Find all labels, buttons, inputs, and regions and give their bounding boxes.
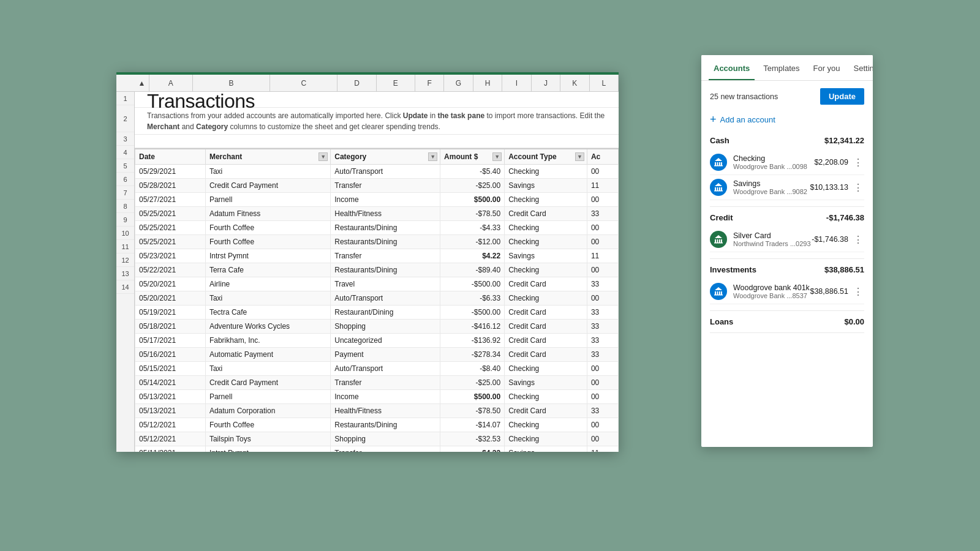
cell-category[interactable]: Auto/Transport: [331, 362, 440, 376]
more-options-button-0-0[interactable]: ⋮: [852, 157, 864, 168]
cell-date: 05/12/2021: [135, 418, 206, 432]
cell-date: 05/23/2021: [135, 249, 206, 263]
new-transactions-count: 25 new transactions: [710, 92, 778, 101]
col-k: K: [560, 75, 589, 91]
add-icon: +: [710, 113, 717, 126]
acct-type-header[interactable]: Account Type ▼: [505, 149, 587, 165]
svg-marker-4: [715, 158, 722, 161]
category-filter-icon[interactable]: ▼: [428, 152, 437, 161]
amount-header[interactable]: Amount $ ▼: [440, 149, 505, 165]
cell-category[interactable]: Health/Fitness: [331, 207, 440, 221]
tab-accounts[interactable]: Accounts: [709, 55, 755, 80]
category-header[interactable]: Category ▼: [331, 149, 440, 165]
section-amount-3: $0.00: [844, 317, 864, 326]
acct-type-filter-icon[interactable]: ▼: [575, 152, 584, 161]
cell-acct-type: Credit Card: [505, 305, 587, 320]
amount-filter-icon[interactable]: ▼: [492, 152, 502, 161]
cell-merchant[interactable]: Adatum Fitness: [205, 207, 330, 221]
row-3: 3: [116, 132, 134, 146]
row-13: 13: [116, 267, 134, 280]
cell-category[interactable]: Restaurants/Dining: [331, 221, 440, 235]
cell-merchant[interactable]: Intrst Pymnt: [205, 249, 330, 263]
cell-merchant[interactable]: Airline: [205, 277, 330, 291]
cell-category[interactable]: Income: [331, 193, 440, 207]
col-l: L: [590, 75, 619, 91]
cell-category[interactable]: Restaurants/Dining: [331, 418, 440, 432]
account-row-2-0: Woodgrove bank 401k Woodgrove Bank ...85…: [710, 279, 864, 304]
cell-merchant[interactable]: Taxi: [205, 165, 330, 179]
svg-rect-17: [714, 242, 723, 244]
section-amount-2: $38,886.51: [824, 265, 864, 274]
cell-merchant[interactable]: Fabrikham, Inc.: [205, 334, 330, 348]
cell-acct-type: Checking: [505, 221, 587, 235]
merchant-filter-icon[interactable]: ▼: [318, 152, 328, 161]
more-options-button-1-0[interactable]: ⋮: [852, 234, 864, 246]
col-c: C: [270, 75, 337, 91]
cell-ac: 00: [587, 193, 618, 207]
cell-merchant[interactable]: Terra Cafe: [205, 263, 330, 277]
cell-category[interactable]: Transfer: [331, 249, 440, 263]
cell-acct-type: Credit Card: [505, 334, 587, 348]
tab-for-you[interactable]: For you: [808, 55, 845, 80]
cell-acct-type: Savings: [505, 446, 587, 452]
cell-ac: 11: [587, 249, 618, 263]
cell-category[interactable]: Shopping: [331, 432, 440, 446]
tab-settings[interactable]: Settings: [849, 55, 873, 80]
cell-merchant[interactable]: Parnell: [205, 193, 330, 207]
cell-date: 05/17/2021: [135, 334, 206, 348]
cell-category[interactable]: Health/Fitness: [331, 404, 440, 418]
cell-merchant[interactable]: Adventure Works Cycles: [205, 320, 330, 334]
cell-merchant[interactable]: Fourth Coffee: [205, 235, 330, 249]
cell-ac: 00: [587, 418, 618, 432]
cell-category[interactable]: Income: [331, 390, 440, 404]
table-row: 05/19/2021 Tectra Cafe Restaurant/Dining…: [135, 305, 619, 320]
table-row: 05/16/2021 Automatic Payment Payment -$2…: [135, 348, 619, 362]
cell-merchant[interactable]: Tectra Cafe: [205, 305, 330, 320]
add-account-row[interactable]: + Add an account: [710, 113, 864, 126]
cell-ac: 00: [587, 390, 618, 404]
cell-merchant[interactable]: Fourth Coffee: [205, 221, 330, 235]
cell-category[interactable]: Auto/Transport: [331, 291, 440, 305]
merchant-header[interactable]: Merchant ▼: [205, 149, 330, 165]
cell-acct-type: Credit Card: [505, 348, 587, 362]
cell-merchant[interactable]: Taxi: [205, 362, 330, 376]
row-4: 4: [116, 146, 134, 159]
cell-category[interactable]: Transfer: [331, 446, 440, 452]
cell-merchant[interactable]: Adatum Corporation: [205, 404, 330, 418]
cell-merchant[interactable]: Fourth Coffee: [205, 418, 330, 432]
cell-date: 05/14/2021: [135, 376, 206, 390]
cell-amount: $500.00: [440, 193, 505, 207]
cell-merchant[interactable]: Intrst Pymnt: [205, 446, 330, 452]
col-a: A: [149, 75, 193, 91]
cell-category[interactable]: Payment: [331, 348, 440, 362]
cell-date: 05/27/2021: [135, 193, 206, 207]
tab-templates[interactable]: Templates: [758, 55, 804, 80]
cell-category[interactable]: Shopping: [331, 320, 440, 334]
cell-merchant[interactable]: Credit Card Payment: [205, 376, 330, 390]
cell-date: 05/25/2021: [135, 221, 206, 235]
cell-category[interactable]: Restaurant/Dining: [331, 305, 440, 320]
cell-category[interactable]: Transfer: [331, 376, 440, 390]
cell-acct-type: Credit Card: [505, 320, 587, 334]
pane-tabs: Accounts Templates For you Settings: [701, 55, 873, 81]
account-sub-2-0: Woodgrove Bank ...8537: [733, 292, 810, 299]
cell-merchant[interactable]: Taxi: [205, 291, 330, 305]
cell-category[interactable]: Restaurants/Dining: [331, 235, 440, 249]
cell-merchant[interactable]: Automatic Payment: [205, 348, 330, 362]
cell-category[interactable]: Transfer: [331, 179, 440, 193]
cell-amount: -$89.40: [440, 263, 505, 277]
svg-rect-21: [721, 291, 722, 294]
more-options-button-2-0[interactable]: ⋮: [852, 286, 864, 298]
update-button[interactable]: Update: [820, 88, 864, 105]
account-row-0-1: Savings Woodgrove Bank ...9082 $10,133.1…: [710, 175, 864, 200]
section-divider-0: [710, 206, 864, 207]
cell-merchant[interactable]: Credit Card Payment: [205, 179, 330, 193]
cell-category[interactable]: Travel: [331, 277, 440, 291]
cell-merchant[interactable]: Parnell: [205, 390, 330, 404]
section-header-0: Cash $12,341.22: [710, 136, 864, 145]
cell-merchant[interactable]: Tailspin Toys: [205, 432, 330, 446]
cell-category[interactable]: Uncategorized: [331, 334, 440, 348]
cell-category[interactable]: Restaurants/Dining: [331, 263, 440, 277]
more-options-button-0-1[interactable]: ⋮: [852, 182, 864, 193]
cell-category[interactable]: Auto/Transport: [331, 165, 440, 179]
